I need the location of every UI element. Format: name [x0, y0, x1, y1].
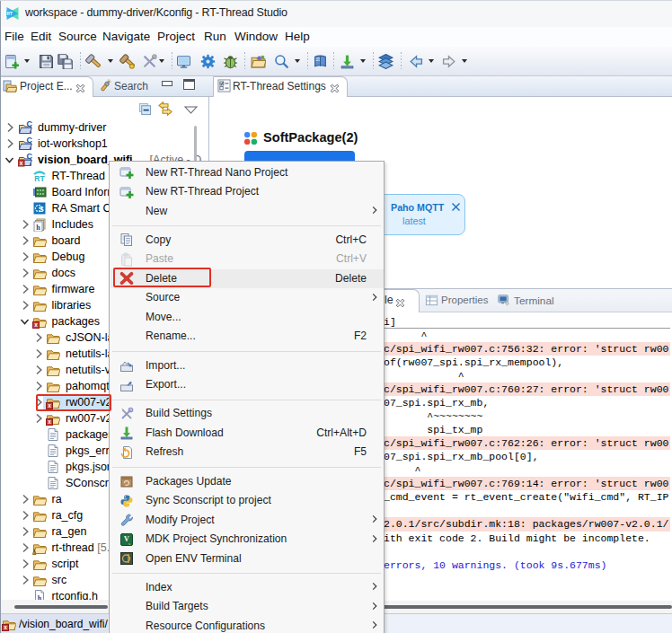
svg-text:x: x	[48, 418, 51, 425]
svg-text:RT: RT	[6, 11, 13, 16]
svg-text:C: C	[26, 153, 32, 161]
svg-text:s: s	[128, 541, 130, 545]
svg-text:x: x	[20, 160, 23, 166]
svg-text:x: x	[34, 321, 38, 328]
svg-text:x: x	[4, 624, 7, 630]
svg-text:RT: RT	[34, 174, 45, 183]
svg-text:S: S	[39, 205, 44, 214]
svg-text:C: C	[26, 136, 32, 145]
svg-text:C: C	[26, 120, 32, 128]
svg-text:h: h	[36, 224, 40, 232]
